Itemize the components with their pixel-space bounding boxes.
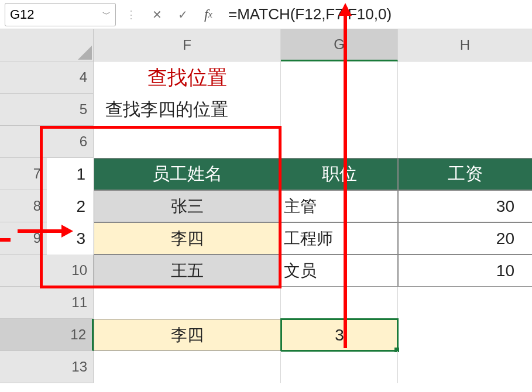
cell-H4[interactable] — [398, 61, 532, 94]
formula-input[interactable] — [224, 3, 527, 26]
row-header-4[interactable]: 4 — [0, 61, 94, 94]
cell-F4[interactable]: 查找位置 — [94, 61, 281, 94]
header-position[interactable]: 职位 — [281, 158, 398, 190]
name-box[interactable]: G12 ﹀ — [5, 3, 116, 26]
aux-num-9[interactable]: 3 — [47, 222, 94, 255]
corner-triangle-icon — [78, 46, 92, 60]
cell-H8[interactable]: 30 — [398, 190, 532, 222]
cell-G9[interactable]: 工程师 — [281, 222, 398, 255]
row-header-5[interactable]: 5 — [0, 94, 94, 126]
cell-G11[interactable] — [281, 287, 398, 319]
dropdown-caret-icon[interactable]: ﹀ — [102, 9, 111, 20]
row-header-9[interactable]: 9 — [0, 222, 47, 255]
aux-num-7[interactable]: 1 — [47, 158, 94, 190]
cell-F10[interactable]: 王五 — [94, 255, 281, 287]
cell-H13[interactable] — [398, 351, 532, 383]
cell-ref: G12 — [10, 7, 35, 22]
subtitle: 查找李四的位置 — [105, 98, 228, 122]
cell-G5[interactable] — [281, 94, 398, 126]
selection-box — [280, 318, 399, 352]
row-header-12[interactable]: 12 — [0, 319, 94, 351]
header-name[interactable]: 员工姓名 — [94, 158, 281, 190]
cell-F12[interactable]: 李四 — [94, 319, 281, 351]
cell-F6[interactable] — [94, 126, 281, 158]
cell-G4[interactable] — [281, 61, 398, 94]
cell-H11[interactable] — [398, 287, 532, 319]
col-header-G[interactable]: G — [281, 29, 398, 61]
row-header-8[interactable]: 8 — [0, 190, 47, 222]
col-header-F[interactable]: F — [94, 29, 281, 61]
cell-F5[interactable]: 查找李四的位置 — [94, 94, 281, 126]
cell-G10[interactable]: 文员 — [281, 255, 398, 287]
col-header-H[interactable]: H — [398, 29, 532, 61]
row-header-6[interactable]: 6 — [0, 126, 94, 158]
row-header-10[interactable]: 10 — [0, 255, 94, 287]
cell-F11[interactable] — [94, 287, 281, 319]
cell-H12[interactable] — [398, 319, 532, 351]
cell-G8[interactable]: 主管 — [281, 190, 398, 222]
confirm-formula-icon[interactable]: ✓ — [172, 4, 193, 25]
cell-G6[interactable] — [281, 126, 398, 158]
cell-F13[interactable] — [94, 351, 281, 383]
formula-bar: G12 ﹀ ⋮ ✕ ✓ fx — [0, 0, 532, 29]
cell-G13[interactable] — [281, 351, 398, 383]
row-header-13[interactable]: 13 — [0, 351, 94, 383]
aux-num-8[interactable]: 2 — [47, 190, 94, 222]
cancel-formula-icon[interactable]: ✕ — [146, 4, 167, 25]
row-header-11[interactable]: 11 — [0, 287, 94, 319]
row-header-7[interactable]: 7 — [0, 158, 47, 190]
header-salary[interactable]: 工资 — [398, 158, 532, 190]
cell-F8[interactable]: 张三 — [94, 190, 281, 222]
select-all-corner[interactable] — [0, 29, 94, 61]
cell-F9[interactable]: 李四 — [94, 222, 281, 255]
cell-H10[interactable]: 10 — [398, 255, 532, 287]
separator-icon: ⋮ — [121, 4, 142, 25]
cell-H5[interactable] — [398, 94, 532, 126]
title: 查找位置 — [147, 64, 227, 91]
cell-H6[interactable] — [398, 126, 532, 158]
spreadsheet-grid[interactable]: F G H 4 查找位置 5 查找李四的位置 6 7 1 员工姓名 职位 工资 … — [0, 29, 532, 383]
cell-H9[interactable]: 20 — [398, 222, 532, 255]
cell-G12[interactable]: 3 — [281, 319, 398, 351]
fx-icon[interactable]: fx — [198, 4, 219, 25]
